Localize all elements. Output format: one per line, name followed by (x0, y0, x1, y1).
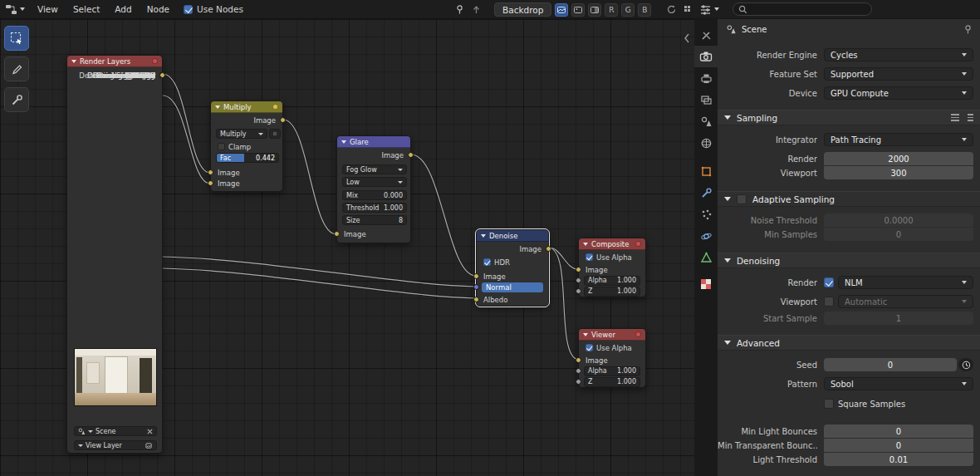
adaptive-sampling-section-header[interactable]: Adaptive Sampling (718, 191, 980, 207)
backdrop-channel-color-button[interactable] (571, 3, 585, 17)
image-icon-button[interactable] (269, 129, 281, 139)
menu-node[interactable]: Node (140, 0, 177, 18)
node-multiply[interactable]: Multiply Image Multiply Clamp Fac 0.442 (210, 101, 283, 192)
use-nodes-toggle[interactable]: Use Nodes (177, 4, 250, 14)
use-nodes-checkbox[interactable] (184, 5, 193, 14)
denoise-render-checkbox[interactable] (824, 277, 834, 287)
curve-to-parent-icon[interactable] (469, 3, 483, 17)
socket-albedo-in[interactable] (473, 297, 479, 302)
node-viewer[interactable]: Viewer Use Alpha Image Alpha 1.000 Z 1.0… (578, 328, 646, 388)
node-render-layers[interactable]: Render Layers Image Alpha Depth AO DiffD… (66, 55, 163, 454)
socket-normal-in[interactable] (473, 284, 479, 290)
collapse-triangle-icon[interactable] (583, 333, 588, 336)
samples-viewport-field[interactable]: 300 (824, 166, 973, 179)
samples-render-field[interactable]: 2000 (824, 152, 973, 165)
channel-g-button[interactable]: G (621, 3, 635, 17)
feature-set-select[interactable]: Supported (824, 67, 973, 81)
alpha-field[interactable]: Alpha 1.000 (584, 276, 640, 286)
node-glare[interactable]: Glare Image Fog Glow Low Mix 0.000 Thres… (336, 135, 411, 243)
fac-slider[interactable]: Fac 0.442 (216, 153, 279, 163)
advanced-section-header[interactable]: Advanced (718, 335, 980, 351)
region-collapse-chevron-icon[interactable] (684, 31, 690, 47)
denoise-viewport-checkbox[interactable] (824, 297, 834, 307)
mix-field[interactable]: Mix 0.000 (342, 190, 407, 200)
noise-threshold-field[interactable]: 0.0000 (824, 213, 973, 227)
adaptive-sampling-checkbox[interactable] (737, 194, 747, 204)
view-layer-selector[interactable]: View Layer (74, 440, 157, 450)
start-sample-field[interactable]: 1 (824, 312, 973, 325)
square-samples-checkbox[interactable] (824, 399, 834, 409)
glare-type-select[interactable]: Fog Glow (342, 164, 407, 174)
use-alpha-checkbox[interactable] (586, 344, 593, 351)
backdrop-button[interactable]: Backdrop (494, 2, 551, 17)
seed-field[interactable]: 0 (824, 358, 957, 371)
tab-render[interactable] (694, 46, 718, 67)
pin-icon[interactable] (453, 3, 466, 17)
threshold-field[interactable]: Threshold 1.000 (342, 203, 407, 213)
socket-alpha-in[interactable] (576, 368, 581, 374)
min-transparent-bounces-field[interactable]: 0 (824, 439, 973, 452)
device-select[interactable]: GPU Compute (824, 86, 973, 100)
normal-input-field[interactable]: Normal (482, 282, 543, 292)
socket-image-out[interactable] (280, 117, 286, 123)
channel-r-button[interactable]: R (605, 3, 618, 17)
glare-quality-select[interactable]: Low (342, 177, 407, 187)
backdrop-channel-color-alpha-button[interactable] (555, 3, 568, 17)
collapse-triangle-icon[interactable] (71, 60, 76, 63)
use-alpha-checkbox[interactable] (586, 253, 593, 261)
tab-modifiers[interactable] (694, 182, 718, 204)
socket-image-in-1[interactable] (208, 169, 213, 175)
socket-z-in[interactable] (576, 379, 581, 385)
collapse-triangle-icon[interactable] (215, 106, 220, 109)
blend-mode-select[interactable]: Multiply (216, 129, 267, 139)
close-icon[interactable] (147, 429, 153, 434)
denoise-viewport-select[interactable]: Automatic (838, 295, 973, 308)
sampling-section-header[interactable]: Sampling (718, 110, 980, 125)
alpha-field[interactable]: Alpha 1.000 (584, 366, 640, 376)
light-threshold-field[interactable]: 0.01 (824, 453, 973, 466)
z-field[interactable]: Z 1.000 (584, 377, 640, 387)
menu-icon[interactable] (968, 114, 973, 121)
search-input[interactable] (751, 4, 859, 15)
menu-view[interactable]: View (30, 0, 66, 18)
tab-physics[interactable] (694, 225, 718, 247)
clamp-checkbox[interactable] (218, 143, 225, 150)
tab-object[interactable] (694, 160, 718, 182)
denoise-render-select[interactable]: NLM (838, 276, 973, 289)
editor-type-selector[interactable] (0, 0, 30, 18)
tab-particles[interactable] (694, 204, 718, 225)
backdrop-channel-alpha-button[interactable] (588, 3, 601, 17)
render-single-layer-icon[interactable] (145, 442, 153, 449)
tab-object-data[interactable] (694, 247, 718, 268)
menu-add[interactable]: Add (107, 0, 139, 18)
collapse-triangle-icon[interactable] (481, 234, 486, 238)
auto-render-refresh-icon[interactable] (664, 3, 678, 17)
menu-select[interactable]: Select (66, 0, 107, 18)
breadcrumb-scene[interactable]: Scene (742, 25, 767, 34)
select-box-tool-button[interactable] (4, 26, 29, 51)
min-light-bounces-field[interactable]: 0 (824, 424, 973, 438)
socket-image-in[interactable] (576, 357, 581, 363)
socket-image-in[interactable] (334, 231, 340, 237)
socket-image-in[interactable] (576, 267, 581, 272)
socket-image-out[interactable] (546, 246, 551, 252)
node-denoise[interactable]: Denoise Image HDR Image Normal Albedo (476, 229, 549, 307)
integrator-select[interactable]: Path Tracing (824, 133, 973, 146)
tab-texture[interactable] (694, 273, 718, 295)
annotate-tool-button[interactable] (4, 56, 29, 81)
tab-scene[interactable] (694, 110, 718, 132)
min-samples-field[interactable]: 0 (824, 228, 973, 241)
channel-b-button[interactable]: B (638, 3, 651, 17)
properties-search[interactable] (733, 2, 872, 16)
socket-z-in[interactable] (576, 288, 581, 294)
node-composite[interactable]: Composite Use Alpha Image Alpha 1.000 Z … (578, 238, 646, 297)
tab-world[interactable] (694, 132, 718, 154)
denoising-section-header[interactable]: Denoising (718, 253, 980, 268)
scene-selector[interactable]: Scene (74, 426, 157, 436)
editor-type-selector[interactable] (694, 0, 724, 18)
tab-view-layer[interactable] (694, 89, 718, 110)
hdr-checkbox[interactable] (483, 258, 491, 266)
animate-seed-button[interactable] (958, 358, 973, 371)
z-field[interactable]: Z 1.000 (584, 287, 640, 297)
links-cut-tool-button[interactable] (4, 87, 29, 112)
